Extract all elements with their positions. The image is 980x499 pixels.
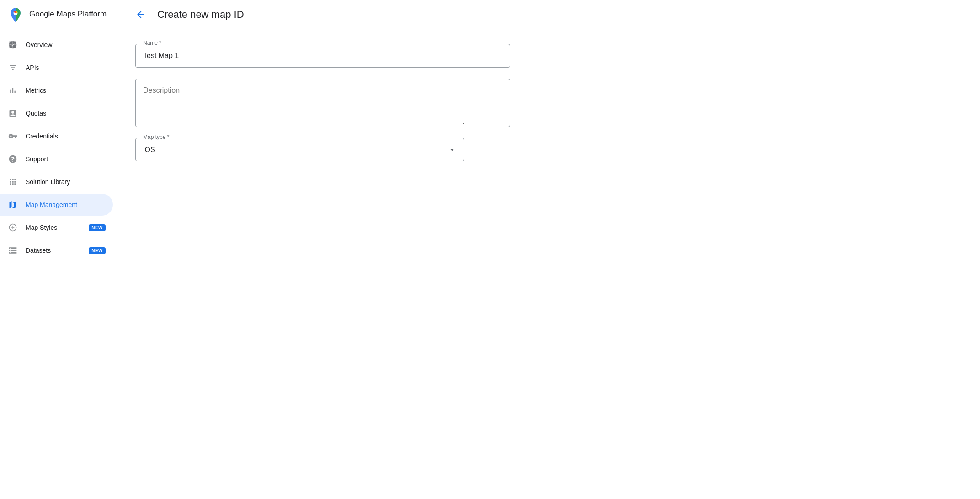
form-area: Name * Map type * JavaScript Android iOS: [117, 29, 528, 187]
overview-icon: [7, 39, 18, 50]
datasets-badge: NEW: [89, 247, 106, 254]
name-field: Name *: [135, 44, 510, 68]
map-type-select[interactable]: JavaScript Android iOS: [136, 138, 464, 161]
back-arrow-icon: [135, 9, 146, 20]
sidebar-item-solution-library[interactable]: Solution Library: [0, 171, 113, 193]
sidebar-item-metrics-label: Metrics: [26, 87, 106, 94]
sidebar-item-datasets-label: Datasets: [26, 247, 85, 254]
solution-library-icon: [7, 176, 18, 187]
sidebar-item-support-label: Support: [26, 155, 106, 163]
support-icon: [7, 154, 18, 165]
name-input[interactable]: [136, 44, 465, 67]
map-styles-badge: NEW: [89, 224, 106, 231]
sidebar-item-support[interactable]: Support: [0, 148, 113, 170]
sidebar-item-datasets[interactable]: Datasets NEW: [0, 239, 113, 261]
sidebar-item-credentials[interactable]: Credentials: [0, 125, 113, 147]
credentials-icon: [7, 131, 18, 142]
page-title: Create new map ID: [157, 9, 244, 21]
main-header: Create new map ID: [117, 0, 980, 29]
map-management-icon: [7, 199, 18, 210]
back-button[interactable]: [132, 5, 150, 24]
sidebar-item-overview[interactable]: Overview: [0, 34, 113, 56]
sidebar-nav: Overview APIs Metrics Quotas: [0, 29, 117, 499]
sidebar-item-quotas[interactable]: Quotas: [0, 102, 113, 124]
sidebar-item-credentials-label: Credentials: [26, 133, 106, 140]
sidebar: Google Maps Platform Overview APIs Metri…: [0, 0, 117, 499]
name-field-container: Name *: [135, 44, 510, 68]
sidebar-item-apis-label: APIs: [26, 64, 106, 71]
sidebar-item-metrics[interactable]: Metrics: [0, 80, 113, 101]
sidebar-item-overview-label: Overview: [26, 41, 106, 48]
quotas-icon: [7, 108, 18, 119]
sidebar-item-solution-library-label: Solution Library: [26, 178, 106, 186]
sidebar-item-map-styles-label: Map Styles: [26, 224, 85, 231]
name-label: Name *: [141, 40, 163, 46]
sidebar-item-quotas-label: Quotas: [26, 110, 106, 117]
map-styles-icon: [7, 222, 18, 233]
map-type-field: Map type * JavaScript Android iOS: [135, 138, 510, 161]
main-content: Create new map ID Name * Map type * Java…: [117, 0, 980, 499]
sidebar-item-map-management-label: Map Management: [26, 201, 106, 208]
map-type-label: Map type *: [141, 134, 171, 140]
sidebar-item-map-management[interactable]: Map Management: [0, 194, 113, 216]
description-field: [135, 79, 510, 127]
sidebar-header: Google Maps Platform: [0, 0, 117, 29]
map-type-container: Map type * JavaScript Android iOS: [135, 138, 464, 161]
metrics-icon: [7, 85, 18, 96]
google-maps-logo: [7, 6, 24, 23]
apis-icon: [7, 62, 18, 73]
app-title: Google Maps Platform: [29, 10, 107, 19]
sidebar-item-map-styles[interactable]: Map Styles NEW: [0, 217, 113, 239]
description-input[interactable]: [136, 79, 465, 125]
description-field-container: [135, 79, 510, 127]
datasets-icon: [7, 245, 18, 256]
sidebar-item-apis[interactable]: APIs: [0, 57, 113, 79]
